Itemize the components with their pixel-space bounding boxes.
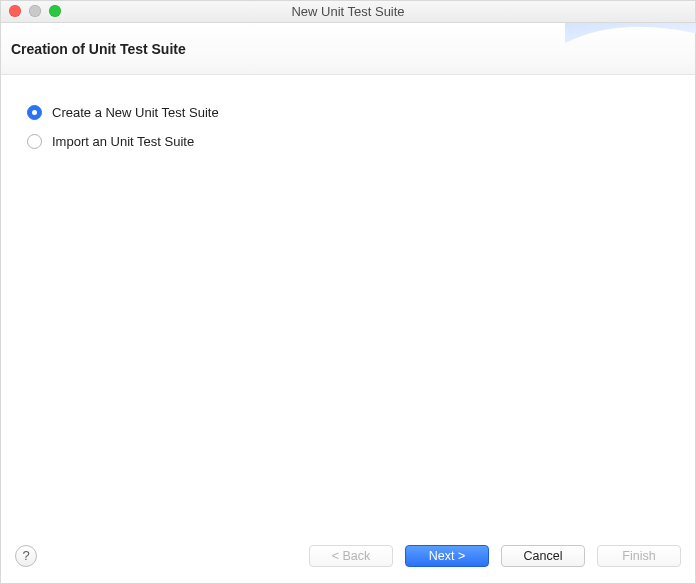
back-button-label: < Back [332,549,371,563]
radio-selected-icon [27,105,42,120]
option-import-label: Import an Unit Test Suite [52,134,194,149]
back-button: < Back [309,545,393,567]
wizard-window: New Unit Test Suite Creation of Unit Tes… [0,0,696,584]
radio-unselected-icon [27,134,42,149]
finish-button-label: Finish [622,549,655,563]
close-icon[interactable] [9,5,21,17]
cancel-button[interactable]: Cancel [501,545,585,567]
banner-decoration [565,23,696,75]
help-icon: ? [22,548,29,563]
cancel-button-label: Cancel [524,549,563,563]
next-button[interactable]: Next > [405,545,489,567]
minimize-icon [29,5,41,17]
wizard-content: Create a New Unit Test Suite Import an U… [1,75,695,537]
window-controls [9,5,61,17]
option-create-new[interactable]: Create a New Unit Test Suite [27,105,669,120]
wizard-footer: ? < Back Next > Cancel Finish [1,537,695,583]
page-title: Creation of Unit Test Suite [11,41,186,57]
option-import[interactable]: Import an Unit Test Suite [27,134,669,149]
window-title: New Unit Test Suite [291,4,404,19]
zoom-icon[interactable] [49,5,61,17]
finish-button: Finish [597,545,681,567]
option-create-new-label: Create a New Unit Test Suite [52,105,219,120]
titlebar: New Unit Test Suite [1,1,695,23]
next-button-label: Next > [429,549,465,563]
help-button[interactable]: ? [15,545,37,567]
wizard-banner: Creation of Unit Test Suite [1,23,695,75]
